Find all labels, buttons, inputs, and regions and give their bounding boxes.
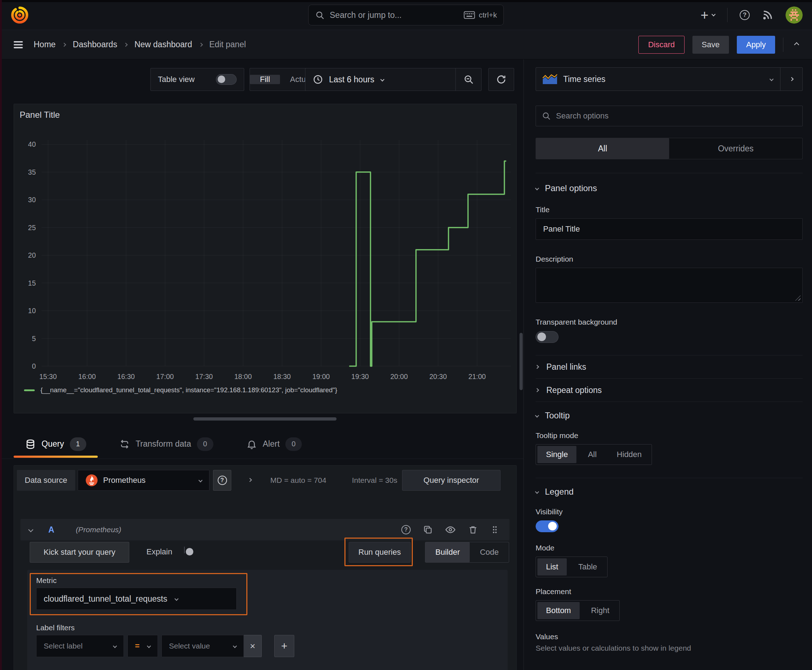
chevron-down-icon xyxy=(770,77,773,81)
tooltip-mode-single[interactable]: Single xyxy=(537,446,576,463)
legend-series-label[interactable]: {__name__="cloudflared_tunnel_total_requ… xyxy=(41,386,337,394)
tab-transform-data[interactable]: Transform data 0 xyxy=(108,430,225,459)
legend-mode-table[interactable]: Table xyxy=(568,557,607,577)
options-search-input[interactable]: Search options xyxy=(536,106,803,126)
menu-button[interactable] xyxy=(12,39,24,51)
remove-filter-button[interactable]: × xyxy=(244,635,262,657)
description-label: Description xyxy=(536,255,803,264)
code-option[interactable]: Code xyxy=(470,542,509,562)
tooltip-heading: Tooltip xyxy=(545,411,570,421)
repeat-options-heading: Repeat options xyxy=(546,386,602,395)
tooltip-mode-label: Tooltip mode xyxy=(536,431,803,440)
legend-mode-list[interactable]: List xyxy=(537,558,567,575)
label-filter-key-select[interactable]: Select label xyxy=(36,635,124,657)
keyboard-icon xyxy=(464,11,475,19)
collapse-options-pane-button[interactable] xyxy=(780,68,802,91)
collapse-query-icon[interactable] xyxy=(28,527,33,532)
avatar[interactable] xyxy=(785,7,803,24)
legend-placement-right[interactable]: Right xyxy=(581,601,619,621)
kick-start-query-button[interactable]: Kick start your query xyxy=(30,542,129,563)
breadcrumb-separator-icon xyxy=(199,42,203,47)
drag-handle-icon[interactable] xyxy=(490,525,500,535)
panel-edit-left-pane: Table view Fill Actual Last 6 hours xyxy=(0,59,524,670)
label-filter-operator-select[interactable]: = xyxy=(127,635,158,657)
search-input[interactable]: Search or jump to... ctrl+k xyxy=(308,5,504,25)
close-icon: × xyxy=(250,641,255,652)
query-ref-id: A xyxy=(48,525,54,535)
breadcrumb-new-dashboard[interactable]: New dashboard xyxy=(134,40,192,49)
window-left-edge xyxy=(0,0,2,670)
builder-option[interactable]: Builder xyxy=(425,542,470,562)
tab-all-options[interactable]: All xyxy=(536,138,669,159)
tab-transform-label: Transform data xyxy=(136,439,191,449)
tab-query[interactable]: Query 1 xyxy=(14,430,98,459)
label-filters-label: Label filters xyxy=(36,623,75,632)
tooltip-mode-all[interactable]: All xyxy=(578,445,607,465)
datasource-picker[interactable]: Prometheus xyxy=(78,470,209,491)
scrollbar-thumb[interactable] xyxy=(519,333,523,390)
svg-text:20:30: 20:30 xyxy=(429,372,447,381)
divider xyxy=(783,37,783,52)
tooltip-mode-hidden[interactable]: Hidden xyxy=(607,445,652,465)
tab-query-label: Query xyxy=(42,439,64,449)
pane-resize-handle[interactable] xyxy=(193,417,337,421)
disable-query-icon[interactable] xyxy=(445,524,456,535)
tab-overrides[interactable]: Overrides xyxy=(669,138,802,159)
query-inspector-button[interactable]: Query inspector xyxy=(402,470,500,491)
panel-title-input[interactable] xyxy=(536,218,803,240)
collapse-header-button[interactable] xyxy=(791,39,802,50)
svg-text:35: 35 xyxy=(28,168,36,176)
legend-section-header[interactable]: Legend xyxy=(536,487,803,497)
zoom-out-button[interactable] xyxy=(455,68,481,91)
label-filter-value-select[interactable]: Select value xyxy=(161,635,244,657)
datasource-label: Data source xyxy=(17,470,75,491)
tab-alert[interactable]: Alert 0 xyxy=(235,430,313,459)
save-button[interactable]: Save xyxy=(692,36,729,54)
transparent-background-toggle[interactable] xyxy=(536,331,559,343)
news-button[interactable] xyxy=(762,9,773,21)
select-label-placeholder: Select label xyxy=(44,642,83,650)
discard-button[interactable]: Discard xyxy=(638,36,685,54)
add-button[interactable]: + xyxy=(701,8,715,22)
options-expand-icon[interactable] xyxy=(248,478,252,482)
query-row-header[interactable]: A (Prometheus) ? xyxy=(20,519,509,540)
legend-visibility-toggle[interactable] xyxy=(536,520,559,532)
metric-select[interactable]: cloudflared_tunnel_total_requests xyxy=(36,588,237,610)
resize-handle-icon[interactable] xyxy=(795,295,800,301)
fill-option[interactable]: Fill xyxy=(250,75,280,84)
repeat-options-section[interactable]: Repeat options xyxy=(536,379,803,401)
grafana-logo-icon[interactable] xyxy=(10,5,29,25)
svg-text:40: 40 xyxy=(28,140,36,148)
svg-text:5: 5 xyxy=(32,335,36,342)
run-queries-button[interactable]: Run queries xyxy=(349,542,411,563)
chevron-down-icon xyxy=(147,644,151,648)
plus-icon: + xyxy=(281,640,288,652)
query-help-icon[interactable]: ? xyxy=(401,525,411,535)
timeseries-viz-icon xyxy=(542,74,558,85)
explain-toggle[interactable] xyxy=(184,546,185,553)
delete-query-icon[interactable] xyxy=(468,524,478,535)
tooltip-section-header[interactable]: Tooltip xyxy=(536,411,803,421)
panel-links-section[interactable]: Panel links xyxy=(536,355,803,378)
apply-button[interactable]: Apply xyxy=(737,36,775,54)
table-view-toggle[interactable] xyxy=(216,74,237,85)
legend-placement-bottom[interactable]: Bottom xyxy=(537,602,580,619)
chevron-down-icon xyxy=(380,77,384,81)
time-range-label[interactable]: Last 6 hours xyxy=(329,75,375,85)
duplicate-query-icon[interactable] xyxy=(423,524,433,535)
help-button[interactable]: ? xyxy=(740,10,750,20)
divider xyxy=(536,478,803,478)
table-view-label: Table view xyxy=(158,75,195,84)
datasource-help-button[interactable]: ? xyxy=(213,470,231,491)
panel-description-input[interactable] xyxy=(536,268,803,303)
visualization-picker[interactable]: Time series xyxy=(536,67,803,91)
timeseries-chart[interactable]: 051015202530354015:3016:0016:3017:0017:3… xyxy=(14,104,517,413)
add-filter-button[interactable]: + xyxy=(274,635,294,657)
svg-text:30: 30 xyxy=(28,196,36,204)
breadcrumb-dashboards[interactable]: Dashboards xyxy=(73,40,117,49)
panel-title[interactable]: Panel Title xyxy=(20,110,60,120)
chevron-down-icon xyxy=(711,12,715,16)
panel-options-section-header[interactable]: Panel options xyxy=(536,183,803,193)
refresh-button[interactable] xyxy=(488,68,514,91)
breadcrumb-home[interactable]: Home xyxy=(34,40,56,49)
